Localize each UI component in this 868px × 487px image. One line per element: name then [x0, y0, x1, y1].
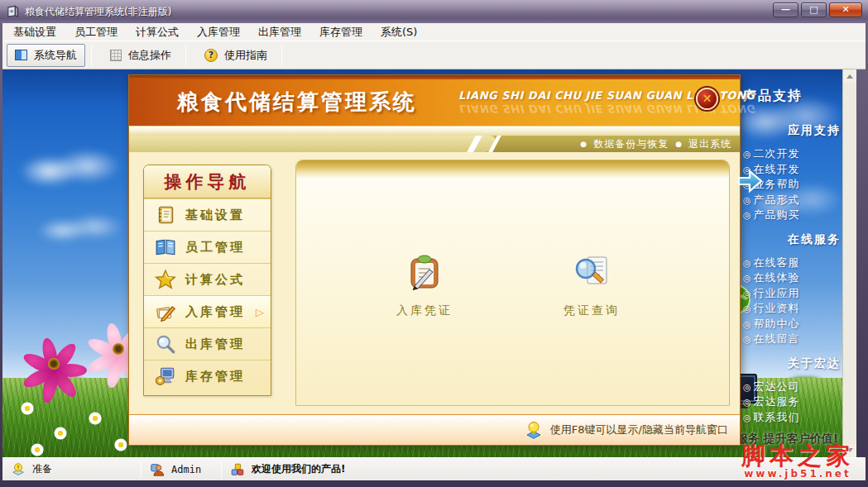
content-top-strip [296, 160, 729, 179]
daisy-flower [54, 427, 67, 440]
nav-item-outbound-mgmt[interactable]: 出库管理 [144, 327, 271, 360]
sidebar-section-header: 应用支持 [738, 123, 844, 138]
scroll-up-button[interactable] [843, 70, 856, 83]
lightbulb-icon [524, 420, 544, 440]
star-icon [155, 269, 176, 290]
shortcut-inbound-voucher[interactable]: 入库凭证 [367, 253, 482, 318]
book-icon [155, 236, 176, 258]
window-controls: — □ ✕ [773, 2, 862, 17]
watermark-title: 脚本之家 [731, 443, 864, 468]
product-support-sidebar: 产品支持 应用支持 ◎二次开发 ◎在线开发 ◎业务帮助 ◎产品形式 ◎产品购买 … [738, 84, 844, 425]
sidebar-link[interactable]: ◎在线留言 [738, 332, 844, 347]
toolbar-button-info-ops[interactable]: 信息操作 [102, 44, 180, 67]
daisy-flower [89, 412, 102, 425]
sidebar-link[interactable]: ◎行业资料 [738, 301, 844, 317]
status-message-cell: 欢迎使用我们的产品! [222, 458, 353, 480]
minimize-button[interactable]: — [773, 2, 798, 17]
bullet-icon: ● [675, 140, 682, 148]
ready-icon [11, 462, 26, 477]
panel-divider-band [129, 127, 740, 136]
shortcut-voucher-query[interactable]: 凭证查询 [534, 253, 650, 318]
menu-item-outbound-mgmt[interactable]: 出库管理 [249, 23, 310, 41]
nav-header: 操作导航 [144, 165, 271, 198]
close-button[interactable]: ✕ [829, 2, 862, 17]
application-window: 粮食代储结算管理系统(非注册版) — □ ✕ 基础设置 员工管理 计算公式 入库… [0, 0, 868, 487]
status-ready-label: 准备 [32, 462, 52, 476]
blue-arrow-icon [737, 167, 764, 195]
sidebar-link[interactable]: ◎宏达服务 [738, 394, 844, 410]
panel-title: 粮食代储结算管理系统 [177, 88, 417, 117]
bullet-icon: ● [580, 140, 587, 148]
nav-item-employee-mgmt[interactable]: 员工管理 [144, 231, 271, 263]
operation-nav-box: 操作导航 基础设置 员工管理 [143, 165, 271, 396]
toolbar-label: 系统导航 [34, 48, 77, 63]
menu-item-inbound-mgmt[interactable]: 入库管理 [188, 23, 249, 41]
tip-text: 使用F8键可以显示/隐藏当前导航窗口 [550, 423, 728, 437]
system-nav-icon [15, 50, 27, 60]
app-icon [6, 5, 20, 18]
toolbar-label: 使用指南 [224, 48, 267, 63]
sidebar-link[interactable]: ◎在线体验 [738, 270, 844, 286]
shortcut-label: 入库凭证 [367, 303, 482, 318]
status-ready-cell: 准备 [2, 458, 141, 480]
toolbar-button-system-nav[interactable]: 系统导航 [7, 44, 85, 67]
exit-system-link[interactable]: 退出系统 [688, 137, 731, 151]
sidebar-title: 产品支持 [743, 88, 844, 105]
toolbar-separator [281, 45, 282, 66]
sidebar-link[interactable]: ◎产品购买 [738, 208, 844, 223]
sidebar-link[interactable]: ◎行业应用 [738, 286, 844, 302]
active-arrow-icon: ▷ [256, 306, 264, 318]
toolbar-button-user-guide[interactable]: ? 使用指南 [196, 44, 276, 67]
nav-item-base-settings[interactable]: 基础设置 [144, 198, 271, 231]
menu-item-formula[interactable]: 计算公式 [127, 23, 188, 41]
status-user-cell: Admin [141, 458, 221, 480]
menu-item-base-settings[interactable]: 基础设置 [4, 23, 65, 41]
menu-item-system[interactable]: 系统(S) [372, 23, 426, 41]
panel-close-icon[interactable]: ✕ [696, 88, 718, 110]
vertical-scrollbar[interactable] [842, 69, 856, 457]
toolbar-separator [185, 45, 186, 66]
cloud [17, 144, 125, 193]
nav-item-inventory-mgmt[interactable]: 库存管理 [144, 360, 271, 392]
help-icon: ? [204, 49, 218, 62]
client-area: 产品支持 应用支持 ◎二次开发 ◎在线开发 ◎业务帮助 ◎产品形式 ◎产品购买 … [2, 69, 856, 457]
watermark: 脚本之家 www.jb51.net [731, 443, 864, 480]
sidebar-link[interactable]: ◎联系我们 [738, 410, 844, 426]
sidebar-section-header: 关于宏达 [738, 356, 844, 371]
tip-bar: 使用F8键可以显示/隐藏当前导航窗口 [129, 414, 740, 445]
menu-item-employee-mgmt[interactable]: 员工管理 [65, 23, 127, 41]
pencil-papers-icon [155, 301, 176, 322]
notebook-icon [155, 204, 176, 226]
panel-header: 粮食代储结算管理系统 LIANG SHI DAI CHU JIE SUAN GU… [129, 75, 740, 127]
menu-bar: 基础设置 员工管理 计算公式 入库管理 出库管理 库存管理 系统(S) [2, 23, 866, 41]
daisy-flower [21, 402, 34, 415]
content-area: 入库凭证 凭证查询 [295, 160, 730, 406]
clipboard-pen-icon [405, 253, 444, 293]
status-user-label: Admin [171, 464, 201, 475]
menu-item-inventory-mgmt[interactable]: 库存管理 [310, 23, 372, 41]
maximize-button[interactable]: □ [801, 2, 827, 17]
status-message-label: 欢迎使用我们的产品! [252, 462, 345, 476]
doc-magnifier-icon [572, 253, 611, 293]
panel-action-bar: ● 数据备份与恢复 ● 退出系统 [129, 136, 740, 152]
shortcut-label: 凭证查询 [534, 303, 650, 318]
sidebar-section-header: 在线服务 [738, 232, 844, 247]
sidebar-link[interactable]: ◎在线客服 [738, 255, 844, 271]
title-bar: 粮食代储结算管理系统(非注册版) — □ ✕ [0, 0, 868, 23]
nav-item-inbound-mgmt[interactable]: 入库管理 ▷ [144, 295, 271, 327]
sidebar-link[interactable]: ◎二次开发 [738, 146, 844, 162]
watermark-url: www.jb51.net [731, 468, 864, 480]
computer-gear-icon [155, 365, 176, 387]
triangle-up-icon [846, 74, 853, 79]
sidebar-link[interactable]: ◎宏达公司 [738, 380, 844, 395]
action-bar-swoosh [129, 136, 496, 152]
product-icon [230, 462, 245, 477]
info-grid-icon [110, 50, 122, 61]
nav-item-formula[interactable]: 计算公式 [144, 263, 271, 295]
daisy-flower [31, 443, 44, 456]
window-title: 粮食代储结算管理系统(非注册版) [25, 5, 171, 19]
sidebar-link[interactable]: ◎帮助中心 [738, 317, 844, 332]
backup-restore-link[interactable]: 数据备份与恢复 [593, 137, 669, 151]
main-panel: 粮食代储结算管理系统 LIANG SHI DAI CHU JIE SUAN GU… [128, 74, 741, 446]
magnifier-icon [155, 333, 176, 355]
